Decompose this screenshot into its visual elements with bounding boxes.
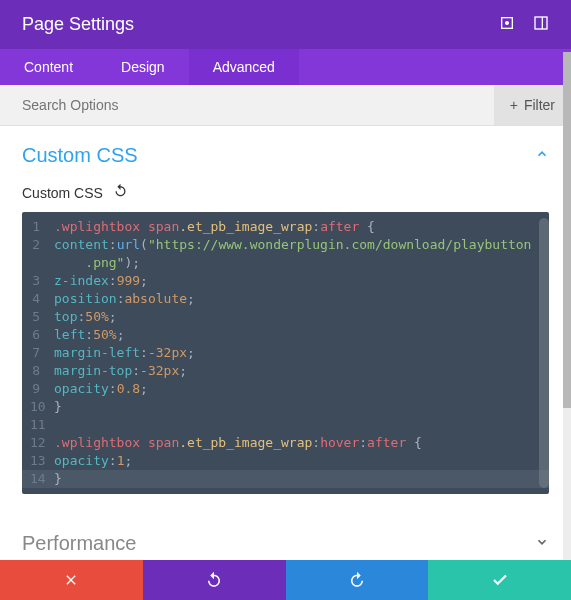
layout-icon[interactable]	[533, 15, 549, 35]
section-title: Custom CSS	[22, 144, 138, 167]
chevron-up-icon	[535, 147, 549, 165]
undo-button[interactable]	[143, 560, 286, 600]
chevron-down-icon	[535, 535, 549, 553]
line-number: 4	[30, 290, 54, 308]
line-number: 7	[30, 344, 54, 362]
footer-actions	[0, 560, 571, 600]
code-content: margin-left:-32px;	[54, 344, 195, 362]
field-label: Custom CSS	[22, 185, 103, 201]
line-number: 12	[30, 434, 54, 452]
tab-advanced[interactable]: Advanced	[189, 49, 299, 85]
section-title: Performance	[22, 532, 137, 555]
content-area: Custom CSS Custom CSS 1.wplightbox span.…	[0, 126, 571, 564]
search-bar: + Filter	[0, 85, 571, 126]
field-label-row: Custom CSS	[22, 179, 549, 212]
cancel-button[interactable]	[0, 560, 143, 600]
line-number: 1	[30, 218, 54, 236]
section-performance-header[interactable]: Performance	[22, 514, 549, 564]
line-number: 13	[30, 452, 54, 470]
modal-header: Page Settings	[0, 0, 571, 49]
line-number: 9	[30, 380, 54, 398]
page-scrollbar[interactable]	[563, 52, 571, 560]
line-number	[30, 254, 54, 272]
line-number: 8	[30, 362, 54, 380]
scrollbar-thumb[interactable]	[563, 52, 571, 408]
plus-icon: +	[510, 97, 518, 113]
tab-content[interactable]: Content	[0, 49, 97, 85]
code-content: margin-top:-32px;	[54, 362, 187, 380]
line-number: 6	[30, 326, 54, 344]
line-number: 11	[30, 416, 54, 434]
code-content: top:50%;	[54, 308, 117, 326]
code-content: content:url("https://www.wonderplugin.co…	[54, 236, 531, 254]
code-content: .png");	[54, 254, 140, 272]
section-custom-css-header[interactable]: Custom CSS	[22, 126, 549, 179]
redo-button[interactable]	[286, 560, 429, 600]
filter-button[interactable]: + Filter	[494, 85, 571, 125]
code-content: z-index:999;	[54, 272, 148, 290]
save-button[interactable]	[428, 560, 571, 600]
code-content: opacity:0.8;	[54, 380, 148, 398]
filter-label: Filter	[524, 97, 555, 113]
line-number: 5	[30, 308, 54, 326]
editor-scrollbar[interactable]	[539, 218, 549, 488]
expand-icon[interactable]	[499, 15, 515, 35]
line-number: 14	[30, 470, 54, 488]
line-number: 2	[30, 236, 54, 254]
code-content: position:absolute;	[54, 290, 195, 308]
line-number: 3	[30, 272, 54, 290]
header-actions	[499, 15, 549, 35]
code-content: }	[54, 398, 62, 416]
code-editor[interactable]: 1.wplightbox span.et_pb_image_wrap:after…	[22, 212, 549, 494]
reset-icon[interactable]	[113, 183, 128, 202]
code-content: .wplightbox span.et_pb_image_wrap:hover:…	[54, 434, 422, 452]
code-content: .wplightbox span.et_pb_image_wrap:after …	[54, 218, 375, 236]
tab-design[interactable]: Design	[97, 49, 189, 85]
search-input[interactable]	[22, 85, 494, 125]
code-content: opacity:1;	[54, 452, 132, 470]
line-number: 10	[30, 398, 54, 416]
page-title: Page Settings	[22, 14, 134, 35]
code-content: }	[54, 470, 62, 488]
svg-point-1	[506, 21, 509, 24]
svg-rect-2	[535, 17, 547, 29]
tab-bar: Content Design Advanced	[0, 49, 571, 85]
code-content: left:50%;	[54, 326, 124, 344]
